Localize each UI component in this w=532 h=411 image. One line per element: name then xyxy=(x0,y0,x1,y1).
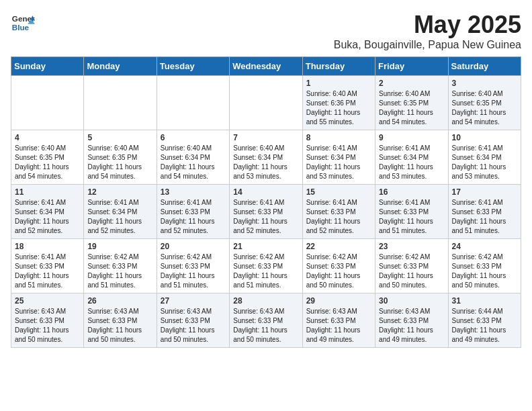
day-info: Sunrise: 6:43 AM Sunset: 6:33 PM Dayligh… xyxy=(379,307,444,345)
weekday-header: Tuesday xyxy=(157,57,229,76)
month-title: May 2025 xyxy=(334,11,521,39)
day-number: 13 xyxy=(161,187,226,197)
calendar-cell: 12Sunrise: 6:41 AM Sunset: 6:34 PM Dayli… xyxy=(84,185,157,239)
day-info: Sunrise: 6:40 AM Sunset: 6:36 PM Dayligh… xyxy=(306,89,371,127)
calendar-cell: 27Sunrise: 6:43 AM Sunset: 6:33 PM Dayli… xyxy=(157,293,229,348)
calendar-cell xyxy=(11,76,84,130)
day-info: Sunrise: 6:41 AM Sunset: 6:34 PM Dayligh… xyxy=(15,198,80,236)
day-info: Sunrise: 6:43 AM Sunset: 6:33 PM Dayligh… xyxy=(233,307,298,345)
weekday-header: Monday xyxy=(84,57,157,76)
day-number: 31 xyxy=(452,296,517,306)
day-info: Sunrise: 6:42 AM Sunset: 6:33 PM Dayligh… xyxy=(452,253,517,290)
day-number: 29 xyxy=(306,296,371,306)
day-info: Sunrise: 6:40 AM Sunset: 6:34 PM Dayligh… xyxy=(161,144,226,181)
calendar-cell: 20Sunrise: 6:42 AM Sunset: 6:33 PM Dayli… xyxy=(157,239,229,293)
day-info: Sunrise: 6:40 AM Sunset: 6:35 PM Dayligh… xyxy=(452,89,517,127)
calendar-cell: 13Sunrise: 6:41 AM Sunset: 6:33 PM Dayli… xyxy=(157,185,229,239)
day-info: Sunrise: 6:41 AM Sunset: 6:33 PM Dayligh… xyxy=(379,198,444,236)
day-info: Sunrise: 6:44 AM Sunset: 6:33 PM Dayligh… xyxy=(452,307,517,345)
day-number: 6 xyxy=(161,133,226,142)
day-info: Sunrise: 6:42 AM Sunset: 6:33 PM Dayligh… xyxy=(233,253,298,290)
day-number: 30 xyxy=(379,296,444,306)
calendar-cell: 30Sunrise: 6:43 AM Sunset: 6:33 PM Dayli… xyxy=(375,293,448,348)
day-info: Sunrise: 6:41 AM Sunset: 6:34 PM Dayligh… xyxy=(306,144,371,181)
day-number: 24 xyxy=(452,242,517,251)
calendar-cell: 21Sunrise: 6:42 AM Sunset: 6:33 PM Dayli… xyxy=(230,239,302,293)
calendar-cell: 5Sunrise: 6:40 AM Sunset: 6:35 PM Daylig… xyxy=(84,130,157,185)
calendar-cell xyxy=(230,76,302,130)
calendar-cell: 7Sunrise: 6:40 AM Sunset: 6:34 PM Daylig… xyxy=(230,130,302,185)
calendar-cell xyxy=(157,76,229,130)
day-number: 16 xyxy=(379,187,444,197)
weekday-header-row: SundayMondayTuesdayWednesdayThursdayFrid… xyxy=(11,57,521,76)
calendar-cell: 28Sunrise: 6:43 AM Sunset: 6:33 PM Dayli… xyxy=(230,293,302,348)
day-info: Sunrise: 6:41 AM Sunset: 6:33 PM Dayligh… xyxy=(233,198,298,236)
calendar-cell: 29Sunrise: 6:43 AM Sunset: 6:33 PM Dayli… xyxy=(302,293,375,348)
day-number: 12 xyxy=(87,187,152,197)
calendar-cell: 1Sunrise: 6:40 AM Sunset: 6:36 PM Daylig… xyxy=(302,76,375,130)
day-number: 4 xyxy=(15,133,80,142)
day-number: 20 xyxy=(161,242,226,251)
calendar-cell: 24Sunrise: 6:42 AM Sunset: 6:33 PM Dayli… xyxy=(448,239,521,293)
day-number: 23 xyxy=(379,242,444,251)
day-number: 10 xyxy=(452,133,517,142)
day-info: Sunrise: 6:40 AM Sunset: 6:34 PM Dayligh… xyxy=(233,144,298,181)
day-number: 28 xyxy=(233,296,298,306)
day-number: 1 xyxy=(306,79,371,88)
calendar-cell: 23Sunrise: 6:42 AM Sunset: 6:33 PM Dayli… xyxy=(375,239,448,293)
calendar-cell: 19Sunrise: 6:42 AM Sunset: 6:33 PM Dayli… xyxy=(84,239,157,293)
day-number: 19 xyxy=(87,242,152,251)
svg-text:Blue: Blue xyxy=(12,23,30,32)
calendar-week-row: 4Sunrise: 6:40 AM Sunset: 6:35 PM Daylig… xyxy=(11,130,521,185)
day-number: 22 xyxy=(306,242,371,251)
weekday-header: Friday xyxy=(375,57,448,76)
calendar-cell: 31Sunrise: 6:44 AM Sunset: 6:33 PM Dayli… xyxy=(448,293,521,348)
calendar-cell: 10Sunrise: 6:41 AM Sunset: 6:34 PM Dayli… xyxy=(448,130,521,185)
day-number: 8 xyxy=(306,133,371,142)
calendar-week-row: 18Sunrise: 6:41 AM Sunset: 6:33 PM Dayli… xyxy=(11,239,521,293)
calendar-cell: 18Sunrise: 6:41 AM Sunset: 6:33 PM Dayli… xyxy=(11,239,84,293)
day-number: 2 xyxy=(379,79,444,88)
calendar-cell: 16Sunrise: 6:41 AM Sunset: 6:33 PM Dayli… xyxy=(375,185,448,239)
page-header: General Blue May 2025 Buka, Bougainville… xyxy=(11,11,521,51)
day-info: Sunrise: 6:41 AM Sunset: 6:33 PM Dayligh… xyxy=(452,198,517,236)
day-number: 14 xyxy=(233,187,298,197)
day-number: 17 xyxy=(452,187,517,197)
logo: General Blue xyxy=(11,11,35,35)
logo-icon: General Blue xyxy=(11,11,35,35)
day-info: Sunrise: 6:43 AM Sunset: 6:33 PM Dayligh… xyxy=(306,307,371,345)
day-info: Sunrise: 6:43 AM Sunset: 6:33 PM Dayligh… xyxy=(87,307,152,345)
calendar-week-row: 11Sunrise: 6:41 AM Sunset: 6:34 PM Dayli… xyxy=(11,185,521,239)
day-number: 11 xyxy=(15,187,80,197)
calendar-cell xyxy=(84,76,157,130)
weekday-header: Saturday xyxy=(448,57,521,76)
day-info: Sunrise: 6:42 AM Sunset: 6:33 PM Dayligh… xyxy=(379,253,444,290)
calendar-cell: 17Sunrise: 6:41 AM Sunset: 6:33 PM Dayli… xyxy=(448,185,521,239)
calendar-cell: 4Sunrise: 6:40 AM Sunset: 6:35 PM Daylig… xyxy=(11,130,84,185)
day-number: 3 xyxy=(452,79,517,88)
calendar-cell: 22Sunrise: 6:42 AM Sunset: 6:33 PM Dayli… xyxy=(302,239,375,293)
day-info: Sunrise: 6:40 AM Sunset: 6:35 PM Dayligh… xyxy=(15,144,80,181)
day-info: Sunrise: 6:43 AM Sunset: 6:33 PM Dayligh… xyxy=(15,307,80,345)
calendar-cell: 9Sunrise: 6:41 AM Sunset: 6:34 PM Daylig… xyxy=(375,130,448,185)
calendar-cell: 25Sunrise: 6:43 AM Sunset: 6:33 PM Dayli… xyxy=(11,293,84,348)
calendar-table: SundayMondayTuesdayWednesdayThursdayFrid… xyxy=(11,56,521,348)
day-number: 21 xyxy=(233,242,298,251)
calendar-week-row: 25Sunrise: 6:43 AM Sunset: 6:33 PM Dayli… xyxy=(11,293,521,348)
weekday-header: Wednesday xyxy=(230,57,302,76)
day-number: 9 xyxy=(379,133,444,142)
day-info: Sunrise: 6:43 AM Sunset: 6:33 PM Dayligh… xyxy=(161,307,226,345)
day-info: Sunrise: 6:42 AM Sunset: 6:33 PM Dayligh… xyxy=(306,253,371,290)
day-info: Sunrise: 6:40 AM Sunset: 6:35 PM Dayligh… xyxy=(87,144,152,181)
title-block: May 2025 Buka, Bougainville, Papua New G… xyxy=(334,11,521,51)
day-number: 7 xyxy=(233,133,298,142)
day-number: 15 xyxy=(306,187,371,197)
calendar-cell: 2Sunrise: 6:40 AM Sunset: 6:35 PM Daylig… xyxy=(375,76,448,130)
day-info: Sunrise: 6:42 AM Sunset: 6:33 PM Dayligh… xyxy=(161,253,226,290)
calendar-cell: 11Sunrise: 6:41 AM Sunset: 6:34 PM Dayli… xyxy=(11,185,84,239)
calendar-cell: 3Sunrise: 6:40 AM Sunset: 6:35 PM Daylig… xyxy=(448,76,521,130)
day-info: Sunrise: 6:41 AM Sunset: 6:34 PM Dayligh… xyxy=(87,198,152,236)
weekday-header: Sunday xyxy=(11,57,84,76)
calendar-cell: 6Sunrise: 6:40 AM Sunset: 6:34 PM Daylig… xyxy=(157,130,229,185)
day-number: 27 xyxy=(161,296,226,306)
